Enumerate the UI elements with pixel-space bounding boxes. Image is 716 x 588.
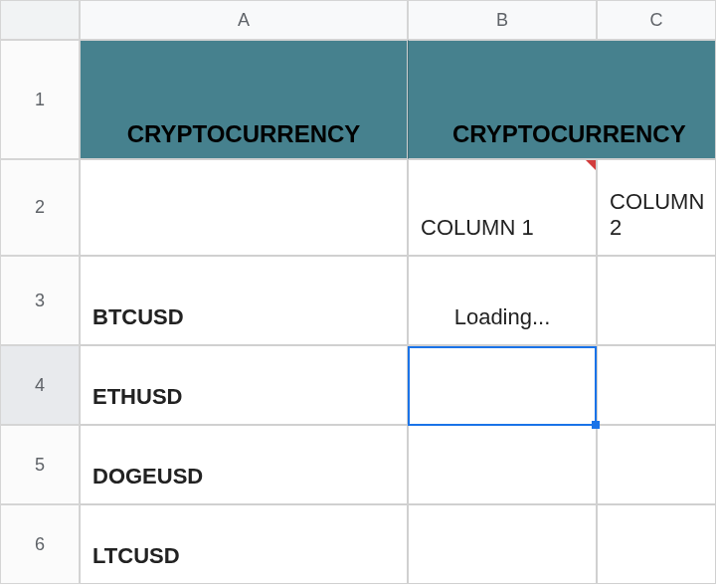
row-header-3[interactable]: 3	[0, 256, 80, 345]
cell-C5[interactable]	[597, 425, 716, 504]
row-header-1[interactable]: 1	[0, 40, 80, 159]
cell-A3[interactable]: BTCUSD	[80, 256, 408, 345]
cell-text: COLUMN 1	[421, 215, 534, 241]
cell-C2[interactable]: COLUMN 2	[597, 159, 716, 256]
cell-B2[interactable]: COLUMN 1	[408, 159, 597, 256]
select-all-corner[interactable]	[0, 0, 80, 40]
cell-A5[interactable]: DOGEUSD	[80, 425, 408, 504]
cell-B3[interactable]: Loading...	[408, 256, 597, 345]
row-header-2[interactable]: 2	[0, 159, 80, 256]
cell-A6[interactable]: LTCUSD	[80, 504, 408, 584]
cell-B1-C1-merged[interactable]: CRYPTOCURRENCY	[408, 40, 716, 159]
spreadsheet-grid: A B C 1 CRYPTOCURRENCY CRYPTOCURRENCY 2 …	[0, 0, 716, 584]
col-header-A[interactable]: A	[80, 0, 408, 40]
cell-A1[interactable]: CRYPTOCURRENCY	[80, 40, 408, 159]
cell-text: COLUMN 2	[610, 189, 704, 241]
cell-C6[interactable]	[597, 504, 716, 584]
col-header-B[interactable]: B	[408, 0, 597, 40]
spreadsheet-viewport: A B C 1 CRYPTOCURRENCY CRYPTOCURRENCY 2 …	[0, 0, 716, 588]
cell-C4[interactable]	[597, 345, 716, 425]
row-header-4[interactable]: 4	[0, 345, 80, 425]
cell-A2[interactable]	[80, 159, 408, 256]
row-header-5[interactable]: 5	[0, 425, 80, 504]
cell-C3[interactable]	[597, 256, 716, 345]
note-indicator-icon[interactable]	[586, 160, 596, 170]
cell-B6[interactable]	[408, 504, 597, 584]
col-header-C[interactable]: C	[597, 0, 716, 40]
cell-B5[interactable]	[408, 425, 597, 504]
cell-A4[interactable]: ETHUSD	[80, 345, 408, 425]
cell-text: Loading...	[454, 304, 551, 330]
row-header-6[interactable]: 6	[0, 504, 80, 584]
cell-B4[interactable]	[408, 345, 597, 425]
